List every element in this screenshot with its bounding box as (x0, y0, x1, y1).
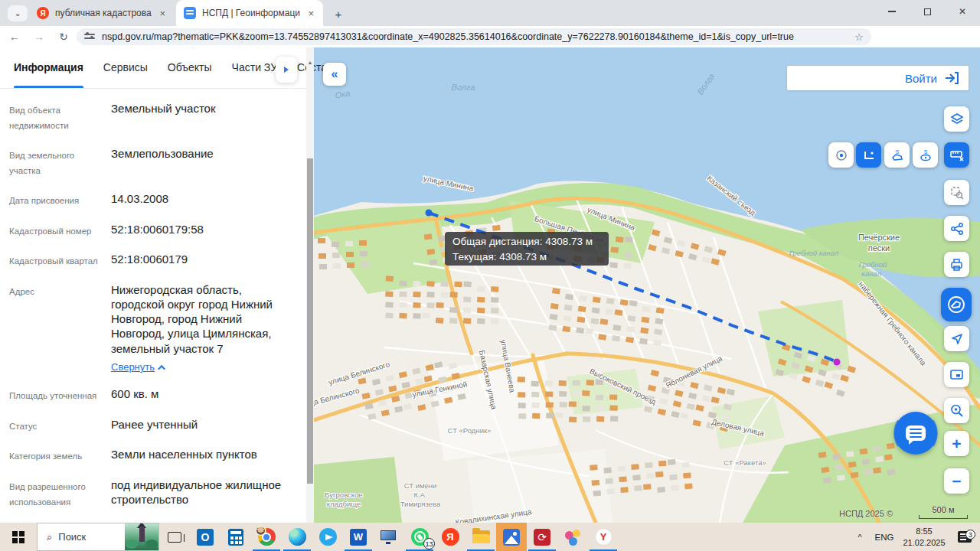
draw-tools-button-active[interactable] (941, 288, 972, 321)
attribute-row: Вид разрешенного использованияпод индиви… (9, 478, 294, 510)
measure-total: Общая дистанция: 4308.73 м (452, 234, 601, 249)
site-settings-icon[interactable] (84, 32, 95, 41)
chrome-app[interactable] (251, 523, 282, 551)
share-icon (950, 222, 964, 236)
browser-toolbar: ← → ↻ nspd.gov.ru/map?thematic=PKK&zoom=… (0, 26, 980, 47)
measure-start-point[interactable] (426, 210, 433, 217)
zoom-in-button[interactable]: + (944, 431, 969, 456)
url-text[interactable]: nspd.gov.ru/map?thematic=PKK&zoom=13.745… (102, 31, 848, 42)
minimize-button[interactable] (874, 0, 910, 23)
login-arrow-icon[interactable] (944, 72, 959, 84)
tabs-scroll-right-button[interactable] (276, 57, 297, 83)
measure-area-button[interactable]: S (884, 142, 910, 168)
attribute-list: Вид объекта недвижимостиЗемельный участо… (0, 89, 314, 551)
photos-app-foreground[interactable] (496, 523, 527, 551)
browser-tabstrip: ⌄ Я публичная кадастровая карта × НСПД |… (0, 0, 980, 26)
overview-map-button[interactable] (944, 362, 969, 387)
zoom-out-button[interactable]: − (944, 468, 969, 494)
close-button[interactable]: ✕ (945, 0, 980, 23)
measure-distance-button-active[interactable] (856, 142, 881, 168)
word-app[interactable]: W (343, 523, 374, 551)
this-pc-app[interactable] (374, 523, 404, 551)
attribute-value: под индивидуальное жилищное строительств… (100, 478, 294, 510)
scrollbar-thumb[interactable] (307, 158, 313, 484)
yandex-app[interactable]: Я (435, 523, 466, 551)
panel-tab-4[interactable]: Части ЗУ (232, 61, 277, 88)
chat-icon (906, 425, 926, 441)
panel-tab-2[interactable]: Сервисы (103, 61, 148, 88)
yandex-browser-app[interactable]: Y (588, 523, 619, 551)
attribute-label: Дата присвоения (9, 191, 100, 209)
maximize-button[interactable] (910, 0, 945, 23)
window-controls: ✕ (874, 0, 980, 23)
edge-app[interactable] (282, 523, 312, 551)
browser-tab-2-active[interactable]: НСПД | Геоинформационный × (176, 0, 323, 26)
attribute-row: Кадастровый квартал52:18:0060179 (9, 252, 294, 269)
task-view-button[interactable] (159, 523, 190, 551)
draw-tools-icon (947, 295, 965, 314)
calculator-app[interactable] (220, 523, 251, 551)
attribute-value: 14.03.2008 (100, 191, 294, 209)
language-indicator[interactable]: ENG (870, 533, 899, 542)
panel-tab-1[interactable]: Информация (14, 61, 83, 88)
search-placeholder: Поиск (58, 531, 86, 543)
attribute-label: Категория земель (9, 447, 100, 465)
scale-bar: 500 м (919, 505, 968, 519)
login-button[interactable]: Войти (905, 72, 937, 85)
notification-center-button[interactable]: 3 (949, 531, 980, 543)
collapse-panel-button[interactable]: « (323, 63, 346, 86)
search-on-map-button[interactable] (944, 398, 969, 423)
tray-expand-icon[interactable]: ^ (850, 533, 870, 542)
panel-tab-3[interactable]: Объекты (168, 61, 212, 88)
attribute-row: Площадь уточненная600 кв. м (9, 386, 294, 404)
scroll-up-arrow-icon[interactable]: ▲ (306, 60, 314, 65)
tab-search-button[interactable]: ⌄ (8, 5, 28, 21)
collapse-address-link[interactable]: Свернуть (111, 361, 165, 374)
measure-point-button[interactable] (828, 142, 854, 168)
object-search-button[interactable] (944, 180, 969, 205)
new-tab-button[interactable]: + (331, 6, 346, 21)
bookmark-star-icon[interactable]: ☆ (854, 31, 864, 43)
map-label: СТ «Родник» (448, 426, 492, 435)
start-button[interactable] (0, 523, 37, 551)
measure-circle-area-button[interactable]: S (913, 142, 938, 168)
search-highlight-image[interactable] (125, 523, 158, 550)
taskbar-search-box[interactable]: ⌕ Поиск (37, 523, 159, 551)
print-button[interactable] (944, 252, 969, 277)
browser-tab-1[interactable]: Я публичная кадастровая карта × (29, 0, 175, 26)
back-icon[interactable]: ← (5, 31, 24, 43)
map-label: Печёрские (858, 233, 900, 242)
map-label: Гребной (859, 260, 887, 269)
clear-measurements-button[interactable] (944, 142, 969, 168)
locate-button[interactable] (944, 326, 969, 351)
paint-app[interactable] (557, 523, 588, 551)
notification-badge: 3 (965, 530, 975, 540)
outlook-app[interactable]: O (190, 523, 220, 551)
chat-fab[interactable] (889, 406, 942, 460)
map-canvas[interactable]: ОкаВолгаВолгаулица Мининаулица МининаКаз… (314, 47, 980, 523)
tab-close-icon[interactable]: × (158, 8, 167, 19)
share-button[interactable] (944, 216, 969, 241)
telegram-app[interactable] (312, 523, 343, 551)
layers-button[interactable] (944, 106, 969, 132)
attribute-label: Площадь уточненная (9, 386, 100, 404)
measure-end-point[interactable] (834, 359, 841, 366)
attribute-label: Кадастровый квартал (9, 252, 100, 269)
area-polygon-icon: S (890, 148, 905, 163)
clock[interactable]: 8:55 21.02.2025 (899, 526, 949, 548)
red-utility-app[interactable]: ⟳ (527, 523, 557, 551)
map-label: К.А. (413, 491, 426, 499)
forward-icon[interactable]: → (29, 31, 49, 43)
whatsapp-app[interactable]: 13 (404, 523, 435, 551)
file-explorer-app[interactable] (466, 523, 496, 551)
tab-close-icon[interactable]: × (306, 8, 315, 19)
attribute-value: 52:18:0060179 (100, 252, 294, 269)
panel-scrollbar[interactable]: ▲ (306, 47, 314, 523)
map-label: пески (868, 243, 890, 253)
chat-button[interactable] (894, 412, 937, 455)
address-bar[interactable]: nspd.gov.ru/map?thematic=PKK&zoom=13.745… (77, 28, 871, 45)
measure-tooltip: Общая дистанция: 4308.73 м Текущая: 4308… (445, 232, 609, 266)
reload-icon[interactable]: ↻ (54, 31, 74, 43)
calculator-icon (228, 529, 243, 546)
map-label: Бугровское (325, 491, 362, 499)
